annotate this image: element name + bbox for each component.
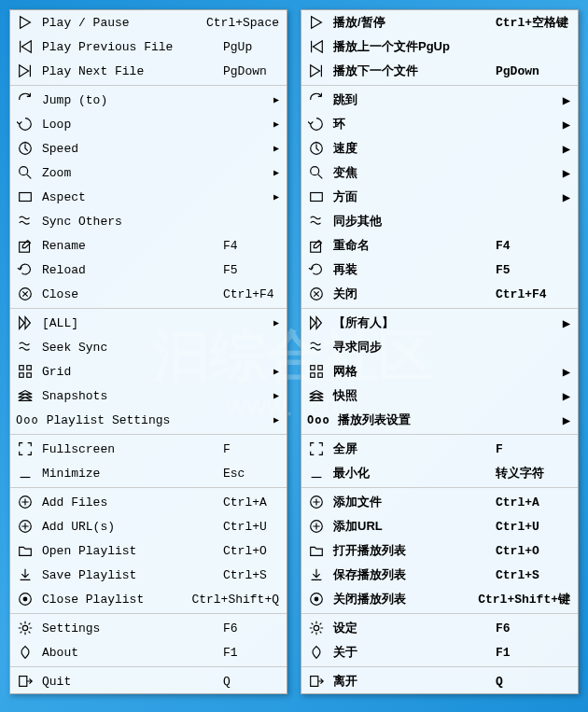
settings[interactable]: SettingsF6 [10,616,287,640]
jump-to-cn[interactable]: 跳到▶ [301,88,578,112]
play-pause-cn[interactable]: 播放/暂停Ctrl+空格键 [301,10,578,35]
grid-cn[interactable]: 网格▶ [301,359,578,384]
loop-icon [16,115,35,133]
about[interactable]: AboutF1 [10,640,287,664]
menu-item-label: 全屏 [333,440,357,457]
save-playlist-cn[interactable]: 保存播放列表Ctrl+S [301,563,578,587]
play-next[interactable]: Play Next FilePgDown [10,59,287,83]
sync-others-cn[interactable]: 同步其他 [301,209,578,233]
folder-icon [16,541,35,560]
close-playlist-cn[interactable]: 关闭播放列表Ctrl+Shift+键 [301,587,578,611]
close-cn[interactable]: 关闭Ctrl+F4 [301,282,578,306]
menu-item-label: Snapshots [42,389,107,403]
zoom-icon [307,163,326,182]
menu-item-label: Quit [42,675,71,689]
open-playlist-cn[interactable]: 打开播放列表Ctrl+O [301,538,578,563]
shortcut-text: Q [486,675,570,689]
aspect-icon [307,188,326,206]
all[interactable]: [ALL]▶ [10,311,287,335]
minimize[interactable]: MinimizeEsc [10,461,287,485]
sync-others[interactable]: Sync Others [10,209,287,233]
add-icon [16,493,35,511]
save-playlist[interactable]: Save PlaylistCtrl+S [10,563,287,587]
snapshots-cn[interactable]: 快照▶ [301,384,578,408]
aspect-cn[interactable]: 方面▶ [301,185,578,209]
loop[interactable]: Loop▶ [10,112,287,136]
fullscreen[interactable]: FullscreenF [10,437,287,461]
quit-cn[interactable]: 离开Q [301,669,578,693]
play-prev-cn[interactable]: 播放上一个文件PgUp [301,35,578,59]
menu-item-label: [ALL] [42,316,78,330]
shortcut-text: Ctrl+Space [197,16,279,30]
menu-item-label: 离开 [333,673,357,690]
shortcut-text: Ctrl+S [486,568,570,582]
all-cn[interactable]: 【所有人】▶ [301,311,578,335]
minimize-icon [307,464,326,482]
menu-item-label: 环 [333,116,345,133]
save-icon [307,565,326,584]
playlist-settings-cn[interactable]: Ooo播放列表设置▶ [301,408,578,432]
minimize-cn[interactable]: 最小化转义字符 [301,461,578,485]
grid[interactable]: Grid▶ [10,359,287,384]
quit[interactable]: QuitQ [10,669,287,693]
separator [10,613,287,614]
play-next-cn[interactable]: 播放下一个文件PgDown [301,59,578,83]
jump-icon [16,91,35,109]
speed-cn[interactable]: 速度▶ [301,136,578,161]
playlist-settings[interactable]: OooPlaylist Settings▶ [10,408,287,432]
separator [301,434,578,435]
zoom[interactable]: Zoom▶ [10,161,287,185]
shortcut-text: Ctrl+Shift+键 [469,591,570,607]
submenu-arrow-icon: ▶ [268,119,279,130]
jump-to[interactable]: Jump (to)▶ [10,88,287,112]
rename-cn[interactable]: 重命名F4 [301,233,578,258]
add-urls[interactable]: Add URL(s)Ctrl+U [10,514,287,538]
menu-item-label: 最小化 [333,465,370,482]
zoom-cn[interactable]: 变焦▶ [301,161,578,185]
seek-sync[interactable]: Seek Sync [10,335,287,359]
close[interactable]: CloseCtrl+F4 [10,282,287,306]
menu-item-label: 关闭 [333,286,357,302]
shortcut-text: F1 [486,646,570,660]
add-files[interactable]: Add FilesCtrl+A [10,490,287,514]
about-icon [16,643,35,662]
submenu-arrow-icon: ▶ [268,167,279,178]
all-icon [307,314,326,332]
reload[interactable]: ReloadF5 [10,258,287,282]
reload-cn[interactable]: 再装F5 [301,258,578,282]
add-files-cn[interactable]: 添加文件Ctrl+A [301,490,578,514]
menu-item-label: Loop [42,118,71,132]
aspect[interactable]: Aspect▶ [10,185,287,209]
play-prev[interactable]: Play Previous FilePgUp [10,35,287,59]
rename-icon [16,236,35,255]
menu-item-label: Fullscreen [42,442,115,456]
add-urls-cn[interactable]: 添加URLCtrl+U [301,514,578,538]
menu-item-label: 关于 [333,644,357,661]
settings-cn[interactable]: 设定F6 [301,616,578,640]
submenu-arrow-icon: ▶ [268,317,279,328]
grid-icon [307,362,326,381]
snapshots[interactable]: Snapshots▶ [10,384,287,408]
speed[interactable]: Speed▶ [10,136,287,161]
seek-sync-cn[interactable]: 寻求同步 [301,335,578,359]
separator [10,85,287,86]
menu-item-label: Reload [42,263,86,277]
play-pause[interactable]: Play / PauseCtrl+Space [10,10,287,35]
rename[interactable]: RenameF4 [10,233,287,258]
quit-icon [16,672,35,691]
submenu-arrow-icon: ▶ [268,94,279,105]
all-icon [16,314,35,332]
about-cn[interactable]: 关于F1 [301,640,578,664]
shortcut-text: Ctrl+空格键 [486,14,570,31]
open-playlist[interactable]: Open PlaylistCtrl+O [10,538,287,563]
menu-item-label: About [42,646,78,660]
close-playlist[interactable]: Close PlaylistCtrl+Shift+Q [10,587,287,611]
context-menu-english: Play / PauseCtrl+SpacePlay Previous File… [9,9,287,694]
fullscreen-cn[interactable]: 全屏F [301,437,578,461]
loop-cn[interactable]: 环▶ [301,112,578,136]
minimize-icon [16,464,35,482]
grid-icon [16,362,35,381]
menu-item-label: Speed [42,142,78,156]
menu-item-label: 播放/暂停 [333,14,385,31]
snapshots-icon [16,386,35,405]
